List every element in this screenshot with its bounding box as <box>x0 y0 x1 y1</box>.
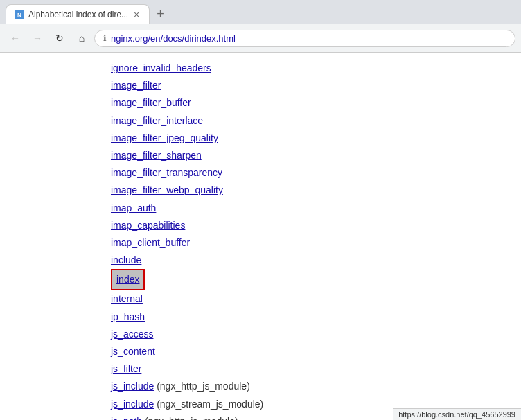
link-image-filter-buffer[interactable]: image_filter_buffer <box>111 97 191 108</box>
list-item: js_filter <box>111 360 507 378</box>
link-js-path-http[interactable]: js_path <box>111 416 142 420</box>
back-button[interactable]: ← <box>6 28 25 48</box>
link-js-content[interactable]: js_content <box>111 346 155 357</box>
link-image-filter-sharpen[interactable]: image_filter_sharpen <box>111 150 202 161</box>
link-image-filter-transparency[interactable]: image_filter_transparency <box>111 167 222 178</box>
link-imap-auth[interactable]: imap_auth <box>111 202 156 213</box>
address-bar[interactable]: ℹ nginx.org/en/docs/dirindex.html <box>94 30 515 47</box>
link-image-filter-webp-quality[interactable]: image_filter_webp_quality <box>111 184 223 195</box>
reload-button[interactable]: ↻ <box>50 28 69 48</box>
active-tab[interactable]: N Alphabetical index of dire... × <box>6 4 150 24</box>
list-item: internal <box>111 290 507 308</box>
tab-close-button[interactable]: × <box>132 9 141 20</box>
tab-label: Alphabetical index of dire... <box>28 10 128 19</box>
js-include-http-suffix: (ngx_http_js_module) <box>157 380 250 392</box>
link-index[interactable]: index <box>111 269 145 290</box>
js-path-http-suffix: (ngx_http_js_module) <box>145 416 238 420</box>
status-url: https://blog.csdn.net/qq_45652999 <box>398 410 515 419</box>
address-text: nginx.org/en/docs/dirindex.html <box>111 33 506 44</box>
link-js-include-stream[interactable]: js_include <box>111 399 154 410</box>
list-item: ip_hash <box>111 308 507 326</box>
link-js-access[interactable]: js_access <box>111 329 153 340</box>
list-item-index: index <box>111 269 507 290</box>
list-item: image_filter_webp_quality <box>111 182 507 199</box>
list-item: image_filter_jpeg_quality <box>111 130 507 147</box>
highlighted-row: index <box>111 269 145 290</box>
list-item: image_filter_buffer <box>111 94 507 112</box>
nav-bar: ← → ↻ ⌂ ℹ nginx.org/en/docs/dirindex.htm… <box>0 24 521 52</box>
link-list: ignore_invalid_headers image_filter imag… <box>111 60 507 420</box>
js-include-stream-suffix: (ngx_stream_js_module) <box>157 399 263 410</box>
list-item: js_include (ngx_http_js_module) <box>111 378 507 395</box>
link-ip-hash[interactable]: ip_hash <box>111 311 145 322</box>
list-item: include <box>111 252 507 269</box>
link-image-filter-interlace[interactable]: image_filter_interlace <box>111 115 203 126</box>
link-js-include-http[interactable]: js_include <box>111 380 154 392</box>
link-image-filter-jpeg-quality[interactable]: image_filter_jpeg_quality <box>111 132 218 143</box>
list-item: js_access <box>111 326 507 343</box>
list-item: imap_capabilities <box>111 217 507 234</box>
list-item: image_filter_transparency <box>111 164 507 182</box>
list-item: image_filter_sharpen <box>111 147 507 164</box>
home-button[interactable]: ⌂ <box>72 28 91 48</box>
tab-bar: N Alphabetical index of dire... × + <box>0 0 521 24</box>
link-image-filter[interactable]: image_filter <box>111 80 161 91</box>
list-item: ignore_invalid_headers <box>111 60 507 77</box>
address-scheme-icon: ℹ <box>103 33 107 43</box>
status-bar: https://blog.csdn.net/qq_45652999 <box>393 408 521 420</box>
link-internal[interactable]: internal <box>111 293 143 304</box>
list-item: image_filter_interlace <box>111 112 507 130</box>
link-include[interactable]: include <box>111 254 141 265</box>
page-content: ignore_invalid_headers image_filter imag… <box>0 53 521 420</box>
link-imap-client-buffer[interactable]: imap_client_buffer <box>111 237 190 248</box>
list-item: image_filter <box>111 77 507 94</box>
list-item: js_content <box>111 343 507 360</box>
forward-button[interactable]: → <box>28 28 47 48</box>
new-tab-button[interactable]: + <box>152 6 168 23</box>
link-ignore-invalid-headers[interactable]: ignore_invalid_headers <box>111 62 211 73</box>
link-js-filter[interactable]: js_filter <box>111 363 141 374</box>
tab-favicon: N <box>15 10 24 19</box>
link-imap-capabilities[interactable]: imap_capabilities <box>111 220 185 231</box>
browser-chrome: N Alphabetical index of dire... × + ← → … <box>0 0 521 53</box>
list-item: imap_client_buffer <box>111 234 507 252</box>
list-item: imap_auth <box>111 200 507 217</box>
